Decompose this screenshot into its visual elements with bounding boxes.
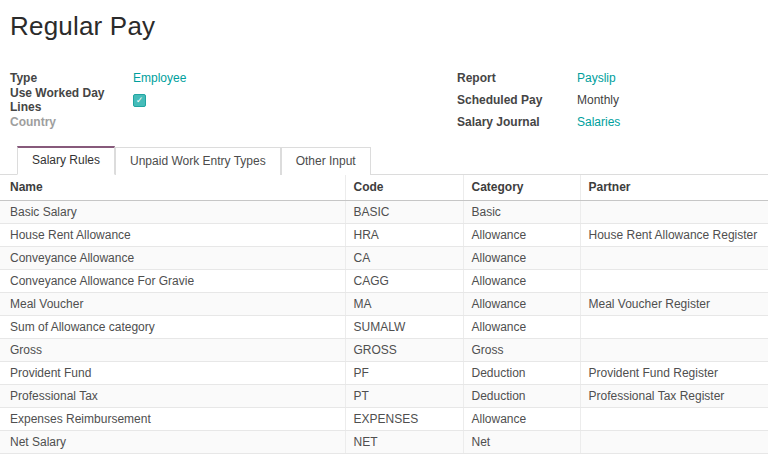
cell-category: Allowance bbox=[463, 408, 580, 431]
field-value-report[interactable]: Payslip bbox=[577, 71, 616, 85]
cell-partner bbox=[580, 247, 768, 270]
cell-category: Allowance bbox=[463, 270, 580, 293]
field-groups: TypeEmployeeUse Worked Day Lines✓Country… bbox=[10, 67, 768, 133]
form-sheet: Regular Pay TypeEmployeeUse Worked Day L… bbox=[0, 0, 768, 455]
table-row-meal-voucher[interactable]: Meal VoucherMAAllowanceMeal Voucher Regi… bbox=[0, 293, 768, 316]
cell-name: Conveyance Allowance bbox=[0, 247, 345, 270]
field-value-type[interactable]: Employee bbox=[133, 71, 186, 85]
cell-code: GROSS bbox=[345, 339, 463, 362]
cell-name: Professional Tax bbox=[0, 385, 345, 408]
cell-partner bbox=[580, 431, 768, 454]
field-label-country: Country bbox=[10, 115, 133, 129]
cell-code: HRA bbox=[345, 224, 463, 247]
cell-category: Deduction bbox=[463, 385, 580, 408]
cell-code: CA bbox=[345, 247, 463, 270]
cell-partner bbox=[580, 339, 768, 362]
table-row-net-salary[interactable]: Net SalaryNETNet bbox=[0, 431, 768, 454]
field-salary-journal: Salary JournalSalaries bbox=[457, 111, 768, 133]
field-value-salary-journal[interactable]: Salaries bbox=[577, 115, 620, 129]
table-row-house-rent-allowance[interactable]: House Rent AllowanceHRAAllowanceHouse Re… bbox=[0, 224, 768, 247]
cell-name: Gross bbox=[0, 339, 345, 362]
table-row-basic-salary[interactable]: Basic SalaryBASICBasic bbox=[0, 201, 768, 224]
cell-name: Conveyance Allowance For Gravie bbox=[0, 270, 345, 293]
field-value-scheduled-pay: Monthly bbox=[577, 93, 619, 107]
field-label-salary-journal: Salary Journal bbox=[457, 115, 577, 129]
field-label-scheduled-pay: Scheduled Pay bbox=[457, 93, 577, 107]
field-label-use-worked-day-lines: Use Worked Day Lines bbox=[10, 86, 133, 114]
cell-category: Net bbox=[463, 431, 580, 454]
cell-code: EXPENSES bbox=[345, 408, 463, 431]
cell-category: Allowance bbox=[463, 224, 580, 247]
cell-code: SUMALW bbox=[345, 316, 463, 339]
field-label-report: Report bbox=[457, 71, 577, 85]
field-group-left: TypeEmployeeUse Worked Day Lines✓Country bbox=[10, 67, 457, 133]
cell-code: PF bbox=[345, 362, 463, 385]
field-group-right: ReportPayslipScheduled PayMonthlySalary … bbox=[457, 67, 768, 133]
cell-partner bbox=[580, 201, 768, 224]
tab-salary-rules[interactable]: Salary Rules bbox=[17, 146, 115, 175]
field-country: Country bbox=[10, 111, 457, 133]
cell-partner bbox=[580, 316, 768, 339]
cell-name: House Rent Allowance bbox=[0, 224, 345, 247]
tab-unpaid-work-entry-types[interactable]: Unpaid Work Entry Types bbox=[115, 147, 281, 175]
cell-category: Allowance bbox=[463, 247, 580, 270]
cell-name: Sum of Allowance category bbox=[0, 316, 345, 339]
cell-partner: Meal Voucher Register bbox=[580, 293, 768, 316]
cell-code: NET bbox=[345, 431, 463, 454]
field-report: ReportPayslip bbox=[457, 67, 768, 89]
page-title: Regular Pay bbox=[0, 0, 768, 42]
cell-partner: House Rent Allowance Register bbox=[580, 224, 768, 247]
field-use-worked-day-lines: Use Worked Day Lines✓ bbox=[10, 89, 457, 111]
table-row-conveyance-allowance-for-gravie[interactable]: Conveyance Allowance For GravieCAGGAllow… bbox=[0, 270, 768, 293]
cell-code: BASIC bbox=[345, 201, 463, 224]
cell-category: Gross bbox=[463, 339, 580, 362]
cell-partner: Professional Tax Register bbox=[580, 385, 768, 408]
cell-code: CAGG bbox=[345, 270, 463, 293]
cell-name: Expenses Reimbursement bbox=[0, 408, 345, 431]
cell-category: Allowance bbox=[463, 316, 580, 339]
table-header-row: NameCodeCategoryPartner bbox=[0, 175, 768, 201]
cell-category: Basic bbox=[463, 201, 580, 224]
column-header-partner[interactable]: Partner bbox=[580, 175, 768, 201]
field-scheduled-pay: Scheduled PayMonthly bbox=[457, 89, 768, 111]
cell-name: Basic Salary bbox=[0, 201, 345, 224]
table-row-conveyance-allowance[interactable]: Conveyance AllowanceCAAllowance bbox=[0, 247, 768, 270]
cell-category: Allowance bbox=[463, 293, 580, 316]
tab-other-input[interactable]: Other Input bbox=[281, 147, 371, 175]
column-header-category[interactable]: Category bbox=[463, 175, 580, 201]
cell-partner: Provident Fund Register bbox=[580, 362, 768, 385]
cell-name: Provident Fund bbox=[0, 362, 345, 385]
check-icon: ✓ bbox=[136, 96, 144, 105]
checkbox-use-worked-day-lines[interactable]: ✓ bbox=[133, 94, 146, 107]
table-row-sum-of-allowance-category[interactable]: Sum of Allowance categorySUMALWAllowance bbox=[0, 316, 768, 339]
cell-name: Meal Voucher bbox=[0, 293, 345, 316]
table-row-professional-tax[interactable]: Professional TaxPTDeductionProfessional … bbox=[0, 385, 768, 408]
notebook-tabs: Salary RulesUnpaid Work Entry TypesOther… bbox=[0, 146, 768, 175]
column-header-code[interactable]: Code bbox=[345, 175, 463, 201]
field-label-type: Type bbox=[10, 71, 133, 85]
cell-partner bbox=[580, 408, 768, 431]
table-row-expenses-reimbursement[interactable]: Expenses ReimbursementEXPENSESAllowance bbox=[0, 408, 768, 431]
column-header-name[interactable]: Name bbox=[0, 175, 345, 201]
salary-rules-table: NameCodeCategoryPartner Basic SalaryBASI… bbox=[0, 175, 768, 454]
table-row-provident-fund[interactable]: Provident FundPFDeductionProvident Fund … bbox=[0, 362, 768, 385]
cell-name: Net Salary bbox=[0, 431, 345, 454]
cell-code: PT bbox=[345, 385, 463, 408]
table-row-gross[interactable]: GrossGROSSGross bbox=[0, 339, 768, 362]
cell-partner bbox=[580, 270, 768, 293]
cell-category: Deduction bbox=[463, 362, 580, 385]
cell-code: MA bbox=[345, 293, 463, 316]
